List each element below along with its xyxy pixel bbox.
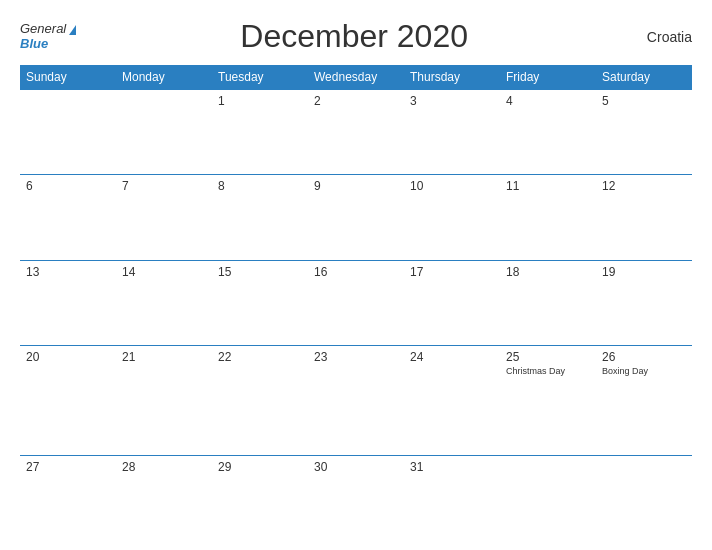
table-row: 29 bbox=[212, 456, 308, 540]
logo-triangle-icon bbox=[69, 25, 76, 35]
table-row: 25Christmas Day bbox=[500, 345, 596, 455]
table-row: 17 bbox=[404, 260, 500, 345]
logo: General Blue bbox=[20, 22, 76, 51]
logo-top: General bbox=[20, 22, 76, 36]
weekday-header-row: Sunday Monday Tuesday Wednesday Thursday… bbox=[20, 65, 692, 90]
day-number: 9 bbox=[314, 179, 398, 193]
day-number: 2 bbox=[314, 94, 398, 108]
table-row: 22 bbox=[212, 345, 308, 455]
logo-general-text: General bbox=[20, 21, 66, 36]
day-number: 26 bbox=[602, 350, 686, 364]
header-friday: Friday bbox=[500, 65, 596, 90]
calendar-table: Sunday Monday Tuesday Wednesday Thursday… bbox=[20, 65, 692, 540]
day-number: 10 bbox=[410, 179, 494, 193]
table-row: 2 bbox=[308, 90, 404, 175]
header-wednesday: Wednesday bbox=[308, 65, 404, 90]
table-row: 3 bbox=[404, 90, 500, 175]
table-row: 18 bbox=[500, 260, 596, 345]
day-number: 4 bbox=[506, 94, 590, 108]
calendar-title: December 2020 bbox=[76, 18, 632, 55]
table-row: 24 bbox=[404, 345, 500, 455]
logo-blue-text: Blue bbox=[20, 37, 48, 51]
day-number: 12 bbox=[602, 179, 686, 193]
table-row: 1 bbox=[212, 90, 308, 175]
table-row bbox=[500, 456, 596, 540]
table-row: 16 bbox=[308, 260, 404, 345]
day-number: 25 bbox=[506, 350, 590, 364]
day-number: 5 bbox=[602, 94, 686, 108]
header-sunday: Sunday bbox=[20, 65, 116, 90]
day-number: 24 bbox=[410, 350, 494, 364]
header-tuesday: Tuesday bbox=[212, 65, 308, 90]
day-number: 20 bbox=[26, 350, 110, 364]
table-row: 23 bbox=[308, 345, 404, 455]
holiday-label: Boxing Day bbox=[602, 366, 686, 376]
table-row: 31 bbox=[404, 456, 500, 540]
day-number: 16 bbox=[314, 265, 398, 279]
day-number: 27 bbox=[26, 460, 110, 474]
table-row: 15 bbox=[212, 260, 308, 345]
table-row: 7 bbox=[116, 175, 212, 260]
header-saturday: Saturday bbox=[596, 65, 692, 90]
day-number: 18 bbox=[506, 265, 590, 279]
country-label: Croatia bbox=[632, 29, 692, 45]
calendar-week-row: 12345 bbox=[20, 90, 692, 175]
day-number: 6 bbox=[26, 179, 110, 193]
day-number: 30 bbox=[314, 460, 398, 474]
day-number: 29 bbox=[218, 460, 302, 474]
header-monday: Monday bbox=[116, 65, 212, 90]
day-number: 28 bbox=[122, 460, 206, 474]
calendar-page: General Blue December 2020 Croatia Sunda… bbox=[0, 0, 712, 550]
table-row: 27 bbox=[20, 456, 116, 540]
day-number: 23 bbox=[314, 350, 398, 364]
table-row bbox=[20, 90, 116, 175]
table-row: 26Boxing Day bbox=[596, 345, 692, 455]
calendar-week-row: 2728293031 bbox=[20, 456, 692, 540]
day-number: 15 bbox=[218, 265, 302, 279]
day-number: 17 bbox=[410, 265, 494, 279]
table-row: 6 bbox=[20, 175, 116, 260]
table-row: 21 bbox=[116, 345, 212, 455]
table-row: 8 bbox=[212, 175, 308, 260]
holiday-label: Christmas Day bbox=[506, 366, 590, 376]
table-row: 28 bbox=[116, 456, 212, 540]
table-row: 19 bbox=[596, 260, 692, 345]
day-number: 11 bbox=[506, 179, 590, 193]
header-thursday: Thursday bbox=[404, 65, 500, 90]
calendar-week-row: 6789101112 bbox=[20, 175, 692, 260]
day-number: 14 bbox=[122, 265, 206, 279]
table-row: 13 bbox=[20, 260, 116, 345]
day-number: 13 bbox=[26, 265, 110, 279]
day-number: 19 bbox=[602, 265, 686, 279]
day-number: 22 bbox=[218, 350, 302, 364]
day-number: 7 bbox=[122, 179, 206, 193]
calendar-week-row: 202122232425Christmas Day26Boxing Day bbox=[20, 345, 692, 455]
day-number: 1 bbox=[218, 94, 302, 108]
table-row: 30 bbox=[308, 456, 404, 540]
day-number: 8 bbox=[218, 179, 302, 193]
table-row: 11 bbox=[500, 175, 596, 260]
table-row: 4 bbox=[500, 90, 596, 175]
day-number: 31 bbox=[410, 460, 494, 474]
table-row bbox=[116, 90, 212, 175]
table-row: 14 bbox=[116, 260, 212, 345]
table-row: 10 bbox=[404, 175, 500, 260]
day-number: 3 bbox=[410, 94, 494, 108]
table-row: 9 bbox=[308, 175, 404, 260]
table-row: 12 bbox=[596, 175, 692, 260]
calendar-header: General Blue December 2020 Croatia bbox=[20, 18, 692, 55]
table-row: 20 bbox=[20, 345, 116, 455]
table-row: 5 bbox=[596, 90, 692, 175]
day-number: 21 bbox=[122, 350, 206, 364]
calendar-week-row: 13141516171819 bbox=[20, 260, 692, 345]
table-row bbox=[596, 456, 692, 540]
